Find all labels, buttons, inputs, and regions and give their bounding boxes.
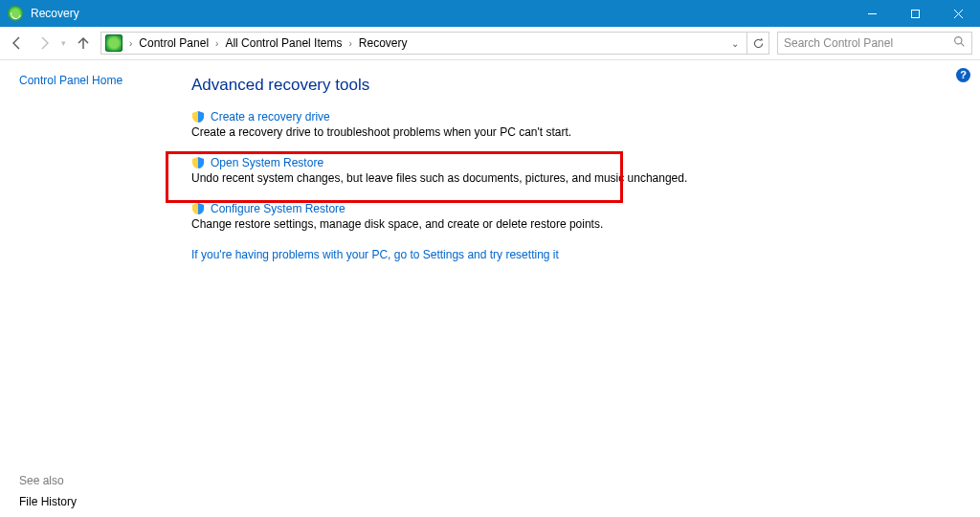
configure-system-restore-desc: Change restore settings, manage disk spa…	[191, 217, 823, 231]
svg-point-5	[955, 37, 962, 44]
page-heading: Advanced recovery tools	[191, 76, 965, 95]
shield-icon	[191, 110, 205, 124]
breadcrumb-all-items[interactable]: All Control Panel Items	[225, 36, 342, 50]
shield-icon	[191, 202, 205, 215]
control-panel-home-link[interactable]: Control Panel Home	[19, 74, 163, 87]
window-title: Recovery	[31, 7, 79, 20]
shield-icon	[191, 156, 205, 169]
search-icon	[953, 35, 966, 51]
create-recovery-drive-link[interactable]: Create a recovery drive	[211, 110, 330, 124]
minimize-button[interactable]	[851, 0, 894, 27]
help-icon[interactable]: ?	[956, 68, 970, 82]
title-bar: Recovery	[0, 0, 980, 27]
refresh-button[interactable]	[747, 32, 769, 55]
chevron-right-icon: ›	[126, 38, 135, 49]
breadcrumb-recovery[interactable]: Recovery	[359, 36, 408, 50]
back-button[interactable]	[8, 34, 27, 53]
breadcrumb-control-panel[interactable]: Control Panel	[139, 36, 209, 50]
create-recovery-drive-desc: Create a recovery drive to troubleshoot …	[191, 125, 823, 139]
main-content: ? Advanced recovery tools Create a recov…	[172, 60, 980, 517]
sidebar: Control Panel Home See also File History	[0, 60, 172, 517]
configure-system-restore-link[interactable]: Configure System Restore	[211, 202, 345, 215]
toolbar: ▾ › Control Panel › All Control Panel It…	[0, 27, 980, 60]
address-bar[interactable]: › Control Panel › All Control Panel Item…	[100, 32, 747, 55]
svg-rect-1	[912, 10, 920, 17]
tool-open-system-restore: Open System Restore Undo recent system c…	[191, 156, 823, 185]
search-placeholder: Search Control Panel	[784, 36, 893, 50]
up-button[interactable]	[74, 34, 93, 53]
reset-pc-link[interactable]: If you're having problems with your PC, …	[191, 248, 559, 261]
tool-create-recovery-drive: Create a recovery drive Create a recover…	[191, 110, 823, 139]
chevron-right-icon: ›	[212, 38, 221, 49]
close-button[interactable]	[937, 0, 980, 27]
see-also-file-history[interactable]: File History	[19, 495, 163, 508]
svg-line-6	[961, 43, 964, 46]
maximize-button[interactable]	[894, 0, 937, 27]
recovery-app-icon	[8, 6, 23, 21]
see-also-header: See also	[19, 474, 163, 487]
chevron-right-icon: ›	[345, 38, 354, 49]
recovery-path-icon	[105, 34, 122, 52]
window-controls	[851, 0, 980, 27]
forward-button[interactable]	[34, 34, 54, 53]
recent-locations-dropdown[interactable]: ▾	[61, 38, 66, 48]
search-box[interactable]: Search Control Panel	[777, 32, 972, 55]
open-system-restore-link[interactable]: Open System Restore	[211, 156, 323, 169]
tool-configure-system-restore: Configure System Restore Change restore …	[191, 202, 823, 231]
address-history-dropdown[interactable]: ⌄	[727, 38, 743, 49]
content-body: Control Panel Home See also File History…	[0, 60, 980, 517]
open-system-restore-desc: Undo recent system changes, but leave fi…	[191, 171, 823, 185]
